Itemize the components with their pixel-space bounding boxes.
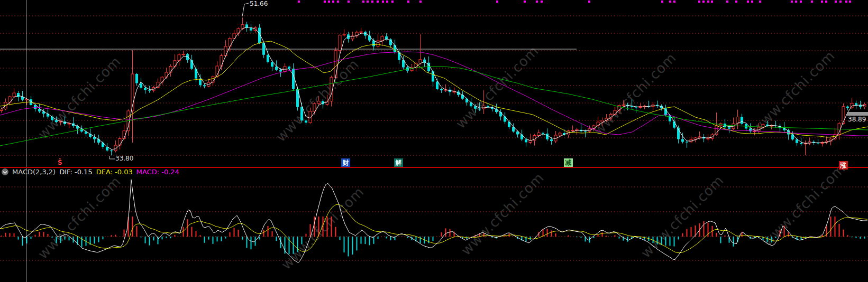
top-marker-tick xyxy=(673,1,675,3)
top-marker-tick xyxy=(669,1,671,3)
event-badge: 减 xyxy=(564,158,573,167)
top-marker-tick xyxy=(707,1,709,3)
top-marker-tick xyxy=(825,1,827,3)
top-marker-tick xyxy=(536,1,538,3)
indicator-dea-value: DEA: -0.03 xyxy=(96,168,133,176)
top-marker-tick xyxy=(419,1,422,3)
top-marker-tick xyxy=(588,1,590,3)
top-marker-tick xyxy=(751,1,753,3)
high-price-label: 51.66 xyxy=(250,0,268,7)
event-badge: 解 xyxy=(394,158,403,167)
indicator-name[interactable]: MACD(2,3,2) xyxy=(12,168,56,176)
top-marker-tick xyxy=(377,1,379,3)
signal-marker: Ŝ xyxy=(58,159,62,166)
top-marker-tick xyxy=(800,1,802,3)
collapse-indicator-button[interactable] xyxy=(2,168,8,175)
top-marker-tick xyxy=(348,1,350,3)
top-marker-tick xyxy=(698,1,700,3)
top-marker-tick xyxy=(759,1,761,3)
top-marker-tick xyxy=(496,1,498,3)
indicator-dif-value: DIF: -0.15 xyxy=(59,168,92,176)
top-marker-tick xyxy=(524,1,526,3)
top-marker-tick xyxy=(337,1,339,3)
top-marker-tick xyxy=(747,1,749,3)
top-marker-tick xyxy=(791,1,793,3)
top-marker-tick xyxy=(849,1,851,3)
indicator-toolbar: MACD(2,3,2) DIF: -0.15 DEA: -0.03 MACD: … xyxy=(2,167,179,176)
top-marker-tick xyxy=(735,1,737,3)
top-marker-tick xyxy=(821,1,823,3)
top-marker-tick xyxy=(661,1,663,3)
top-marker-tick xyxy=(298,1,300,3)
top-marker-tick xyxy=(362,1,364,3)
stock-chart-window: www.cfchi.comwww.cfchi.comwww.cfchi.comw… xyxy=(0,0,868,282)
top-marker-tick xyxy=(835,1,837,3)
current-price-label: 38.89 - xyxy=(848,116,868,123)
top-marker-tick xyxy=(839,1,842,3)
low-price-label: 33.80 xyxy=(115,155,133,162)
top-marker-tick xyxy=(407,1,409,3)
top-marker-tick xyxy=(332,1,334,3)
top-marker-tick xyxy=(391,1,394,3)
top-marker-tick xyxy=(811,1,813,3)
top-marker-tick xyxy=(367,1,369,3)
top-marker-tick xyxy=(711,1,713,3)
chevron-down-icon xyxy=(3,168,7,176)
event-badge: 涨 xyxy=(839,161,848,170)
top-marker-tick xyxy=(371,1,373,3)
event-badge: 财 xyxy=(341,158,350,167)
top-marker-tick xyxy=(845,1,847,3)
top-marker-tick xyxy=(324,1,326,3)
top-marker-tick xyxy=(795,1,797,3)
indicator-macd-value: MACD: -0.24 xyxy=(136,168,179,176)
top-marker-tick xyxy=(726,1,728,3)
top-marker-tick xyxy=(702,1,705,3)
top-marker-tick xyxy=(541,1,543,3)
top-marker-tick xyxy=(328,1,330,3)
candlestick-macd-chart[interactable] xyxy=(0,0,868,282)
current-price-bar xyxy=(847,112,868,116)
top-marker-tick xyxy=(382,1,384,3)
top-marker-tick xyxy=(386,1,388,3)
